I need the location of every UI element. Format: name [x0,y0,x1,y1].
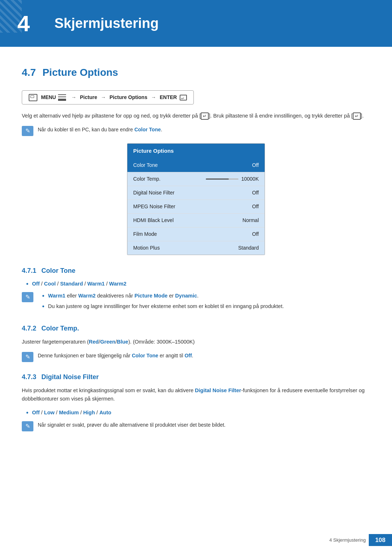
section-heading: 4.7 Picture Options [22,65,370,80]
sub-number-471: 4.7.1 [22,266,36,276]
note-icon-473 [22,421,33,431]
stripe-decoration [0,0,22,33]
footer-page-number: 108 [369,534,392,546]
popup-header: Picture Options [127,144,265,159]
popup-row-motion-plus[interactable]: Motion Plus Standard [127,241,265,255]
nav-arrow-2: → [101,94,106,101]
popup-label-color-tone: Color Tone [133,161,158,169]
page-footer: 4 Skjermjustering 108 [329,534,392,546]
popup-value-hdmi-black: Normal [242,217,259,224]
popup-label-film-mode: Film Mode [133,230,157,238]
intro-paragraph: Velg et alternativ ved hjelp av piltaste… [22,112,370,120]
nav-picture-options: Picture Options [110,94,147,101]
bullet-list-473: Off / Low / Medium / High / Auto [22,409,370,417]
note-icon-471a [22,292,33,302]
nav-path: MENU → Picture → Picture Options → ENTER [22,90,194,104]
bullet-473-options: Off / Low / Medium / High / Auto [22,409,370,417]
enter-icon [180,95,187,100]
body-473: Hvis produktet mottar et kringkastingssi… [22,386,370,403]
note-bullet-471-1: Warm1 eller Warm2 deaktiveres når Pictur… [38,292,284,300]
note-bullets-471: Warm1 eller Warm2 deaktiveres når Pictur… [38,292,284,313]
menu-remote-icon [29,94,37,101]
note-text-473: Når signalet er svakt, prøver du alle al… [38,421,225,429]
popup-label-digital-noise: Digital Noise Filter [133,189,175,197]
nav-arrow-3: → [151,94,156,101]
note-box-473: Når signalet er svakt, prøver du alle al… [22,421,370,431]
sub-number-472: 4.7.2 [22,324,36,333]
sub-heading-472: 4.7.2 Color Temp. [22,324,370,333]
popup-label-mpeg-noise: MPEG Noise Filter [133,203,175,210]
popup-value-digital-noise: Off [252,189,259,197]
popup-value-color-tone: Off [252,161,259,169]
nav-arrow-1: → [71,94,76,101]
section-title: Picture Options [42,65,118,80]
popup-row-mpeg-noise[interactable]: MPEG Noise Filter Off [127,200,265,214]
popup-value-film-mode: Off [252,230,259,238]
bullet-list-471: Off / Cool / Standard / Warm1 / Warm2 [22,280,370,288]
popup-label-hdmi-black: HDMI Black Level [133,217,173,224]
note-box-472: Denne funksjonen er bare tilgjengelig nå… [22,352,370,362]
note-icon-472 [22,352,33,362]
sub-title-471: Color Tone [41,266,75,276]
sub-title-472: Color Temp. [41,324,79,333]
popup-label-color-temp: Color Temp. [133,175,160,183]
popup-label-motion-plus: Motion Plus [133,244,160,252]
popup-value-mpeg-noise: Off [252,203,259,210]
nav-menu-label: MENU [41,94,56,101]
slider-color-temp [206,178,238,180]
bullet-471-options: Off / Cool / Standard / Warm1 / Warm2 [22,280,370,288]
note-bullet-471-2: Du kan justere og lagre innstillinger fo… [38,303,284,311]
popup-row-film-mode[interactable]: Film Mode Off [127,227,265,241]
body-472: Justerer fargetemperaturen (Red/Green/Bl… [22,338,370,346]
chapter-title: Skjermjustering [47,13,159,34]
menu-grid-icon [58,94,66,101]
main-content: 4.7 Picture Options MENU → Picture → Pic… [0,47,392,466]
note-text-1: Når du kobler til en PC, kan du bare end… [38,126,162,134]
sub-heading-471: 4.7.1 Color Tone [22,266,370,276]
section-number: 4.7 [22,65,36,80]
popup-menu: Picture Options Color Tone Off Color Tem… [127,143,265,255]
popup-value-color-temp: 10000K [206,175,259,183]
sub-heading-473: 4.7.3 Digital Noise Filter [22,372,370,382]
nav-picture: Picture [80,94,97,101]
footer-chapter-label: 4 Skjermjustering [329,537,368,544]
sub-title-473: Digital Noise Filter [41,372,99,382]
note-box-1: Når du kobler til en PC, kan du bare end… [22,126,370,136]
chapter-header: 4 Skjermjustering [0,0,392,47]
popup-row-color-temp[interactable]: Color Temp. 10000K [127,172,265,186]
nav-enter: ENTER [160,94,177,101]
popup-menu-container: Picture Options Color Tone Off Color Tem… [22,143,370,255]
popup-value-motion-plus: Standard [238,244,259,252]
note-icon-1 [22,126,33,136]
popup-row-digital-noise[interactable]: Digital Noise Filter Off [127,186,265,200]
sub-number-473: 4.7.3 [22,372,36,382]
popup-row-hdmi-black[interactable]: HDMI Black Level Normal [127,214,265,227]
popup-row-color-tone[interactable]: Color Tone Off [127,159,265,172]
note-box-471a: Warm1 eller Warm2 deaktiveres når Pictur… [22,292,370,313]
note-text-472: Denne funksjonen er bare tilgjengelig nå… [38,352,193,360]
